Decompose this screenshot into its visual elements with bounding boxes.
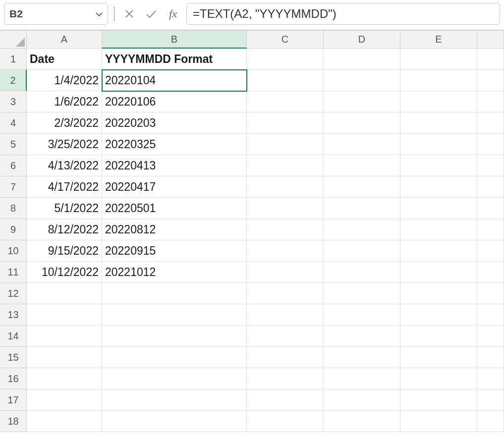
cell-D17[interactable] xyxy=(324,389,400,411)
cell-A14[interactable] xyxy=(27,326,102,347)
cell-partial-16[interactable] xyxy=(477,368,504,389)
cell-partial-8[interactable] xyxy=(477,198,504,219)
cell-E9[interactable] xyxy=(400,219,477,240)
cell-D2[interactable] xyxy=(324,70,400,91)
cell-B12[interactable] xyxy=(102,283,247,304)
cell-C3[interactable] xyxy=(247,91,324,112)
cell-B10[interactable]: 20220915 xyxy=(102,240,247,262)
cell-A1[interactable]: Date xyxy=(27,49,102,70)
cell-C12[interactable] xyxy=(247,283,324,304)
cell-B15[interactable] xyxy=(102,347,247,368)
row-head-3[interactable]: 3 xyxy=(0,91,27,112)
cell-partial-1[interactable] xyxy=(477,49,504,70)
cell-C10[interactable] xyxy=(247,240,324,262)
cell-A15[interactable] xyxy=(27,347,102,368)
cell-A9[interactable]: 8/12/2022 xyxy=(27,219,102,240)
cell-C13[interactable] xyxy=(247,304,324,326)
row-head-8[interactable]: 8 xyxy=(0,198,27,219)
col-head-D[interactable]: D xyxy=(324,31,400,49)
cell-A11[interactable]: 10/12/2022 xyxy=(27,262,102,283)
cell-C16[interactable] xyxy=(247,368,324,389)
cell-C18[interactable] xyxy=(247,411,324,432)
cell-E7[interactable] xyxy=(400,176,477,198)
cell-B5[interactable]: 20220325 xyxy=(102,134,247,155)
cell-A16[interactable] xyxy=(27,368,102,389)
cell-D1[interactable] xyxy=(324,49,400,70)
cell-E18[interactable] xyxy=(400,411,477,432)
select-all-corner[interactable] xyxy=(0,31,27,49)
cell-B9[interactable]: 20220812 xyxy=(102,219,247,240)
cell-A12[interactable] xyxy=(27,283,102,304)
cell-D7[interactable] xyxy=(324,176,400,198)
cell-partial-2[interactable] xyxy=(477,70,504,91)
enter-icon[interactable] xyxy=(143,5,160,22)
cell-partial-12[interactable] xyxy=(477,283,504,304)
cell-partial-3[interactable] xyxy=(477,91,504,112)
cell-A17[interactable] xyxy=(27,389,102,411)
cell-partial-18[interactable] xyxy=(477,411,504,432)
cell-partial-17[interactable] xyxy=(477,389,504,411)
col-head-partial[interactable] xyxy=(477,31,504,49)
col-head-E[interactable]: E xyxy=(400,31,477,49)
cell-E14[interactable] xyxy=(400,326,477,347)
cell-D11[interactable] xyxy=(324,262,400,283)
cell-C6[interactable] xyxy=(247,155,324,176)
row-head-18[interactable]: 18 xyxy=(0,411,27,432)
fx-icon[interactable]: fx xyxy=(165,5,181,22)
cell-D6[interactable] xyxy=(324,155,400,176)
cell-partial-13[interactable] xyxy=(477,304,504,326)
row-head-14[interactable]: 14 xyxy=(0,326,27,347)
cell-D5[interactable] xyxy=(324,134,400,155)
cell-C1[interactable] xyxy=(247,49,324,70)
cell-B13[interactable] xyxy=(102,304,247,326)
row-head-4[interactable]: 4 xyxy=(0,112,27,134)
cell-partial-11[interactable] xyxy=(477,262,504,283)
row-head-16[interactable]: 16 xyxy=(0,368,27,389)
cell-E4[interactable] xyxy=(400,112,477,134)
name-box[interactable]: B2 xyxy=(4,3,108,25)
cell-C14[interactable] xyxy=(247,326,324,347)
cell-A5[interactable]: 3/25/2022 xyxy=(27,134,102,155)
cell-B2[interactable]: 20220104 xyxy=(102,70,247,91)
cell-A6[interactable]: 4/13/2022 xyxy=(27,155,102,176)
cell-D3[interactable] xyxy=(324,91,400,112)
row-head-5[interactable]: 5 xyxy=(0,134,27,155)
cell-E15[interactable] xyxy=(400,347,477,368)
cell-E11[interactable] xyxy=(400,262,477,283)
cell-D14[interactable] xyxy=(324,326,400,347)
cell-C4[interactable] xyxy=(247,112,324,134)
cell-A8[interactable]: 5/1/2022 xyxy=(27,198,102,219)
cell-B3[interactable]: 20220106 xyxy=(102,91,247,112)
cell-A4[interactable]: 2/3/2022 xyxy=(27,112,102,134)
cell-D9[interactable] xyxy=(324,219,400,240)
cell-E1[interactable] xyxy=(400,49,477,70)
col-head-B[interactable]: B xyxy=(102,31,247,49)
cell-E16[interactable] xyxy=(400,368,477,389)
cell-E13[interactable] xyxy=(400,304,477,326)
cell-D4[interactable] xyxy=(324,112,400,134)
cell-C7[interactable] xyxy=(247,176,324,198)
cell-E8[interactable] xyxy=(400,198,477,219)
cell-D16[interactable] xyxy=(324,368,400,389)
cell-D10[interactable] xyxy=(324,240,400,262)
cell-E10[interactable] xyxy=(400,240,477,262)
spreadsheet-grid[interactable]: ABCDE1DateYYYYMMDD Format21/4/2022202201… xyxy=(0,31,504,432)
cell-E17[interactable] xyxy=(400,389,477,411)
cell-E3[interactable] xyxy=(400,91,477,112)
row-head-13[interactable]: 13 xyxy=(0,304,27,326)
cell-A18[interactable] xyxy=(27,411,102,432)
row-head-9[interactable]: 9 xyxy=(0,219,27,240)
col-head-C[interactable]: C xyxy=(247,31,324,49)
cell-B6[interactable]: 20220413 xyxy=(102,155,247,176)
cell-partial-15[interactable] xyxy=(477,347,504,368)
row-head-17[interactable]: 17 xyxy=(0,389,27,411)
cell-B17[interactable] xyxy=(102,389,247,411)
cell-partial-10[interactable] xyxy=(477,240,504,262)
cell-A10[interactable]: 9/15/2022 xyxy=(27,240,102,262)
cell-B8[interactable]: 20220501 xyxy=(102,198,247,219)
cell-A7[interactable]: 4/17/2022 xyxy=(27,176,102,198)
cell-C17[interactable] xyxy=(247,389,324,411)
cell-partial-4[interactable] xyxy=(477,112,504,134)
cell-E2[interactable] xyxy=(400,70,477,91)
row-head-11[interactable]: 11 xyxy=(0,262,27,283)
